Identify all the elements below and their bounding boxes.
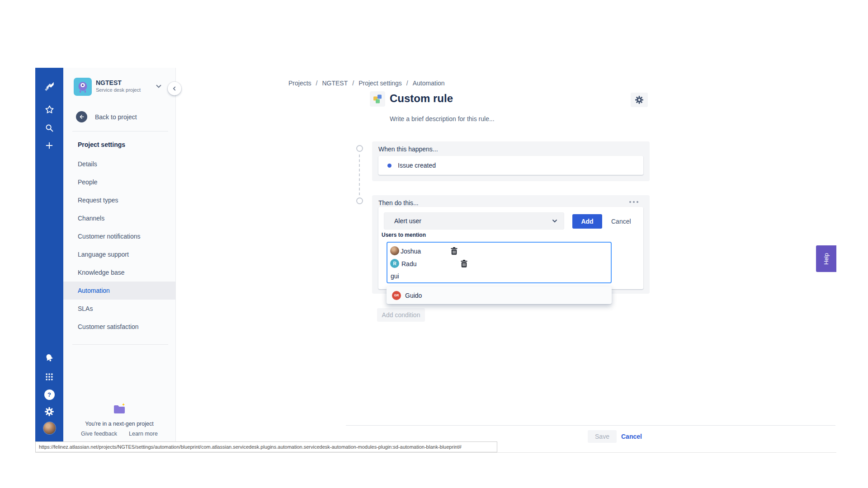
chip-name: Joshua (401, 248, 421, 255)
jira-logo-icon[interactable] (43, 80, 56, 93)
avatar-radu: R (390, 259, 399, 268)
trigger-dot-icon (387, 164, 392, 168)
trigger-label: Issue created (398, 162, 436, 169)
breadcrumb-separator: / (352, 80, 354, 87)
project-name: NGTEST (96, 79, 122, 86)
action-card: Alert user Add Cancel Users to mention J… (378, 207, 643, 289)
nav-item-knowledge-base[interactable]: Knowledge base (63, 263, 175, 282)
user-suggestion-guido[interactable]: GR Guido (387, 286, 612, 304)
ellipsis-icon (629, 201, 639, 203)
divider (72, 131, 168, 131)
sidebar-nav-list: Details People Request types Channels Cu… (63, 155, 175, 336)
help-icon-glyph: ? (44, 389, 55, 400)
viewport-bottom-border (35, 452, 836, 453)
timeline-connector (359, 155, 360, 195)
footer-divider (346, 425, 835, 426)
trash-icon (461, 260, 467, 267)
nav-item-people[interactable]: People (63, 173, 175, 191)
nav-item-customer-notifications[interactable]: Customer notifications (63, 227, 175, 245)
user-avatar-photo (43, 422, 56, 434)
action-type-value: Alert user (394, 217, 421, 225)
folder-icon (63, 403, 175, 417)
breadcrumb-project[interactable]: NGTEST (322, 80, 348, 87)
star-icon[interactable] (43, 103, 56, 116)
app-canvas: ? (0, 0, 868, 488)
breadcrumb: Projects / NGTEST / Project settings / A… (288, 80, 445, 87)
nav-item-slas[interactable]: SLAs (63, 300, 175, 318)
chevron-down-icon[interactable] (155, 82, 163, 90)
nav-item-customer-satisfaction[interactable]: Customer satisfaction (63, 318, 175, 336)
trash-icon (451, 247, 458, 255)
more-options-button[interactable] (628, 199, 640, 205)
project-settings-sidebar: NGTEST Service desk project Back to proj… (63, 68, 176, 452)
app-navigation-bar: ? (35, 68, 63, 452)
give-feedback-link[interactable]: Give feedback (81, 431, 117, 437)
action-panel: Then do this... Alert user Add Cancel Us… (372, 195, 650, 294)
app-switcher-icon[interactable] (43, 371, 56, 383)
users-multiselect-input[interactable]: Joshua R Radu (387, 242, 612, 283)
trigger-card[interactable]: Issue created (378, 156, 643, 175)
nav-item-language-support[interactable]: Language support (63, 245, 175, 263)
cancel-link[interactable]: Cancel (621, 433, 642, 440)
avatar-joshua (390, 246, 399, 255)
user-avatar[interactable] (43, 422, 56, 434)
action-cancel-link[interactable]: Cancel (611, 218, 631, 225)
next-gen-footer: You're in a next-gen project Give feedba… (63, 403, 175, 437)
help-tab-label: Help (823, 253, 830, 265)
users-to-mention-label: Users to mention (382, 232, 426, 238)
next-gen-message: You're in a next-gen project (63, 421, 175, 427)
breadcrumb-projects[interactable]: Projects (288, 80, 311, 87)
nav-item-details[interactable]: Details (63, 155, 175, 173)
rule-settings-button[interactable] (631, 93, 648, 107)
remove-user-radu-button[interactable] (461, 260, 467, 267)
timeline-node (356, 197, 363, 204)
chevron-down-icon (551, 217, 558, 225)
learn-more-link[interactable]: Learn more (129, 431, 158, 437)
action-panel-header: Then do this... (378, 199, 419, 206)
create-icon[interactable] (43, 139, 56, 152)
save-button[interactable]: Save (588, 430, 617, 443)
back-icon[interactable] (76, 111, 87, 122)
trigger-panel-header: When this happens... (378, 145, 438, 153)
add-condition-button[interactable]: Add condition (377, 308, 425, 322)
notifications-icon[interactable] (43, 352, 56, 364)
help-icon[interactable]: ? (43, 388, 56, 401)
action-type-select[interactable]: Alert user (384, 212, 564, 230)
breadcrumb-separator: / (316, 80, 318, 87)
nav-item-request-types[interactable]: Request types (63, 191, 175, 209)
breadcrumb-automation[interactable]: Automation (413, 80, 445, 87)
timeline-node (356, 145, 363, 152)
project-avatar[interactable] (74, 78, 92, 96)
nav-item-automation[interactable]: Automation (63, 282, 175, 300)
search-icon[interactable] (43, 122, 56, 134)
help-tab[interactable]: Help (816, 245, 836, 272)
suggestion-name: Guido (405, 292, 422, 299)
trigger-panel: When this happens... Issue created (372, 141, 650, 181)
divider (72, 344, 168, 345)
breadcrumb-separator: / (406, 80, 408, 87)
remove-user-joshua-button[interactable] (451, 247, 458, 255)
breadcrumb-project-settings[interactable]: Project settings (359, 80, 402, 87)
user-search-input[interactable] (391, 272, 481, 280)
settings-icon[interactable] (43, 405, 56, 418)
page-title: Custom rule (390, 92, 453, 105)
status-bar-url: https://felinez.atlassian.net/projects/N… (35, 441, 497, 452)
rule-cubes-icon (370, 91, 385, 107)
collapse-sidebar-button[interactable] (168, 82, 181, 95)
avatar-guido: GR (392, 291, 401, 300)
back-to-project-link[interactable]: Back to project (95, 113, 137, 121)
gear-icon (635, 95, 644, 104)
nav-item-channels[interactable]: Channels (63, 209, 175, 227)
chevron-left-icon (171, 85, 178, 92)
sidebar-section-title: Project settings (78, 141, 125, 148)
add-button[interactable]: Add (572, 214, 602, 229)
chip-name: Radu (401, 260, 416, 267)
project-type: Service desk project (96, 87, 141, 93)
rule-description-field[interactable]: Write a brief description for this rule.… (390, 115, 495, 122)
